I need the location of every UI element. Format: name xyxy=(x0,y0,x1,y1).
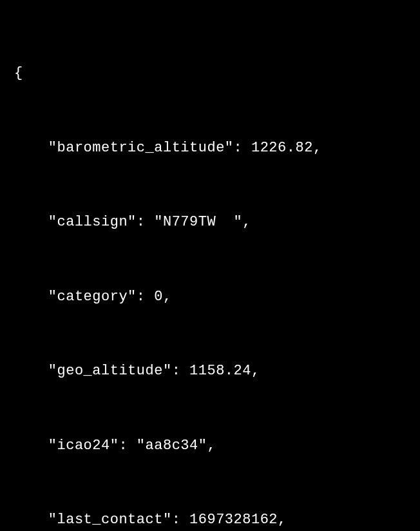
json-key: "last_contact" xyxy=(48,512,172,528)
json-key: "callsign" xyxy=(48,214,137,230)
json-line: "icao24": "aa8c34", xyxy=(14,434,406,459)
json-sep: : xyxy=(234,140,251,156)
json-output: { "barometric_altitude": 1226.82, "calls… xyxy=(14,12,406,531)
json-value: "aa8c34" xyxy=(137,438,207,454)
json-value: 1697328162 xyxy=(189,512,278,528)
json-key: "category" xyxy=(48,289,137,305)
json-line: "barometric_altitude": 1226.82, xyxy=(14,136,406,161)
json-comma: , xyxy=(313,140,322,156)
json-comma: , xyxy=(163,289,172,305)
json-sep: : xyxy=(172,512,189,528)
json-key: "icao24" xyxy=(48,438,119,454)
json-comma: , xyxy=(278,512,287,528)
json-value: 0 xyxy=(154,289,163,305)
json-value: 1226.82 xyxy=(251,140,313,156)
json-sep: : xyxy=(137,214,154,230)
json-line: "callsign": "N779TW ", xyxy=(14,210,406,235)
json-line: "category": 0, xyxy=(14,285,406,310)
json-key: "barometric_altitude" xyxy=(48,140,234,156)
json-value: 1158.24 xyxy=(189,363,251,379)
json-sep: : xyxy=(137,289,154,305)
json-comma: , xyxy=(251,363,260,379)
json-line: "last_contact": 1697328162, xyxy=(14,508,406,531)
json-line: "geo_altitude": 1158.24, xyxy=(14,359,406,384)
json-value: "N779TW " xyxy=(154,214,242,230)
json-sep: : xyxy=(119,438,136,454)
json-sep: : xyxy=(172,363,189,379)
json-key: "geo_altitude" xyxy=(48,363,172,379)
json-comma: , xyxy=(242,214,251,230)
json-open-brace: { xyxy=(14,61,406,86)
json-comma: , xyxy=(207,438,216,454)
